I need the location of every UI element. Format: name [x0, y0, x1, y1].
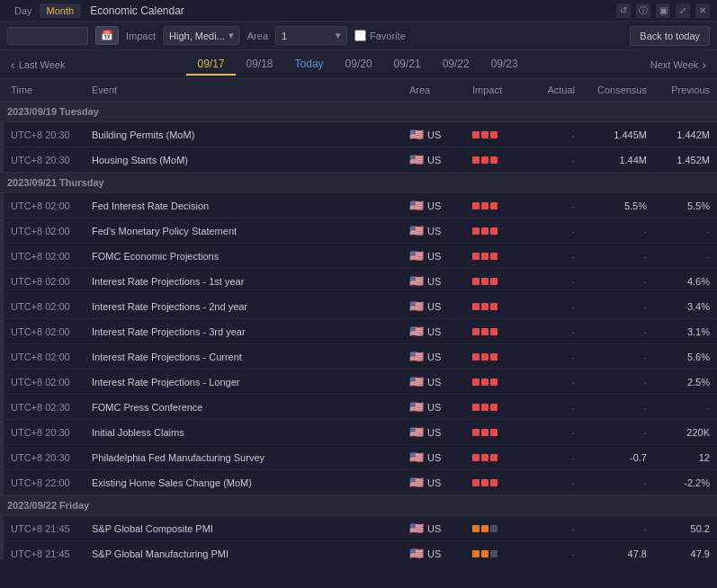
table-container[interactable]: Time Event Area Impact Actual Consensus …	[0, 79, 717, 559]
flag-icon: 🇺🇸	[409, 400, 424, 414]
table-row[interactable]: UTC+8 02:30FOMC Press Conference🇺🇸US---	[0, 395, 717, 420]
area-cell: 🇺🇸US	[402, 445, 465, 470]
date-tab-09-18[interactable]: 09/18	[236, 54, 284, 76]
impact-bars	[472, 156, 521, 164]
impact-dropdown-icon: ▾	[229, 30, 234, 41]
table-row[interactable]: UTC+8 20:30Building Permits (MoM)🇺🇸US-1.…	[0, 122, 717, 147]
impact-bars	[472, 328, 521, 335]
actual-cell: -	[528, 218, 582, 244]
impact-cell	[465, 541, 528, 560]
impact-value: High, Medi...	[169, 31, 225, 41]
next-week-button[interactable]: Next Week	[650, 59, 699, 70]
area-code: US	[427, 226, 441, 236]
impact-cell	[465, 319, 528, 344]
area-cell: 🇺🇸US	[402, 269, 465, 294]
table-row[interactable]: UTC+8 21:45S&P Global Composite PMI🇺🇸US-…	[0, 516, 717, 541]
tab-month[interactable]: Month	[40, 4, 82, 18]
area-cell: 🇺🇸US	[402, 370, 465, 395]
time-cell: UTC+8 22:00	[4, 470, 85, 495]
date-tabs: 09/1709/18Today09/2009/2109/2209/23	[65, 54, 650, 76]
prev-arrow[interactable]: ‹	[7, 58, 19, 72]
col-actual: Actual	[528, 79, 582, 102]
date-tab-09-20[interactable]: 09/20	[335, 54, 383, 76]
previous-cell: 2.5%	[654, 370, 717, 395]
time-cell: UTC+8 02:00	[4, 344, 85, 370]
impact-bars	[472, 202, 521, 209]
table-row[interactable]: UTC+8 02:00FOMC Economic Projections🇺🇸US…	[0, 244, 717, 269]
nav-row: ‹ Last Week 09/1709/18Today09/2009/2109/…	[0, 50, 717, 79]
previous-cell: 3.1%	[654, 319, 717, 344]
next-arrow[interactable]: ›	[698, 58, 710, 72]
calendar-icon[interactable]: 📅	[95, 26, 119, 45]
consensus-cell: -	[582, 344, 654, 370]
date-tab-09-17[interactable]: 09/17	[186, 54, 235, 76]
event-cell: Initial Jobless Claims	[85, 420, 402, 445]
event-cell: Fed's Monetary Policy Statement	[85, 218, 402, 244]
col-event: Event	[85, 79, 402, 102]
time-cell: UTC+8 02:00	[4, 370, 85, 395]
table-row[interactable]: UTC+8 02:00Interest Rate Projections - 1…	[0, 269, 717, 294]
impact-cell	[465, 344, 528, 370]
impact-label: Impact	[126, 31, 156, 41]
expand-icon[interactable]: ⤢	[676, 4, 690, 18]
date-tab-today[interactable]: Today	[284, 54, 335, 76]
event-cell: Building Permits (MoM)	[85, 122, 402, 147]
table-row[interactable]: UTC+8 20:30Initial Jobless Claims🇺🇸US--2…	[0, 420, 717, 445]
table-row[interactable]: UTC+8 20:30Philadelphia Fed Manufacturin…	[0, 445, 717, 470]
consensus-cell: -	[582, 244, 654, 269]
previous-cell: 5.5%	[654, 193, 717, 218]
actual-cell: -	[528, 319, 582, 344]
flag-icon: 🇺🇸	[409, 199, 424, 212]
table-row[interactable]: UTC+8 02:00Fed Interest Rate Decision🇺🇸U…	[0, 193, 717, 218]
last-week-button[interactable]: Last Week	[19, 59, 66, 70]
favorite-checkbox[interactable]	[354, 30, 366, 41]
top-bar: Day Month Economic Calendar ↺ ⓘ ▣ ⤢ ✕	[0, 0, 717, 22]
table-row[interactable]: UTC+8 02:00Interest Rate Projections - L…	[0, 370, 717, 395]
area-code: US	[427, 402, 441, 413]
table-row[interactable]: UTC+8 20:30Housing Starts (MoM)🇺🇸US-1.44…	[0, 147, 717, 173]
time-cell: UTC+8 02:00	[4, 218, 85, 244]
table-row[interactable]: UTC+8 22:00Existing Home Sales Change (M…	[0, 470, 717, 495]
area-select[interactable]: 1 ▾	[275, 26, 347, 45]
area-label: Area	[247, 31, 268, 41]
area-cell: 🇺🇸US	[402, 244, 465, 269]
consensus-cell: -0.7	[582, 445, 654, 470]
actual-cell: -	[528, 470, 582, 495]
impact-cell	[465, 445, 528, 470]
previous-cell: 1.442M	[654, 122, 717, 147]
impact-select[interactable]: High, Medi... ▾	[163, 26, 240, 45]
time-cell: UTC+8 02:00	[4, 244, 85, 269]
impact-cell	[465, 370, 528, 395]
back-today-button[interactable]: Back to today	[630, 26, 710, 46]
close-icon[interactable]: ✕	[695, 4, 710, 18]
tab-day[interactable]: Day	[7, 4, 40, 18]
area-code: US	[427, 129, 441, 140]
area-code: US	[427, 452, 441, 463]
table-row[interactable]: UTC+8 02:00Interest Rate Projections - 3…	[0, 319, 717, 344]
table-row[interactable]: UTC+8 21:45S&P Global Manufacturing PMI🇺…	[0, 541, 717, 560]
info-icon[interactable]: ⓘ	[636, 4, 650, 18]
table-row[interactable]: UTC+8 02:00Interest Rate Projections - C…	[0, 344, 717, 370]
actual-cell: -	[528, 516, 582, 541]
actual-cell: -	[528, 370, 582, 395]
reload-icon[interactable]: ↺	[616, 4, 631, 18]
date-input[interactable]: 2023-09-17	[7, 27, 88, 45]
date-tab-09-21[interactable]: 09/21	[383, 54, 432, 76]
impact-cell	[465, 516, 528, 541]
area-cell: 🇺🇸US	[402, 122, 465, 147]
favorite-checkbox-label[interactable]: Favorite	[354, 30, 406, 41]
date-tab-09-22[interactable]: 09/22	[432, 54, 480, 76]
impact-bars	[472, 353, 521, 361]
date-tab-09-23[interactable]: 09/23	[480, 54, 529, 76]
previous-cell: 12	[654, 445, 717, 470]
table-row[interactable]: UTC+8 02:00Interest Rate Projections - 2…	[0, 294, 717, 319]
layout-icon[interactable]: ▣	[656, 4, 670, 18]
area-code: US	[427, 155, 441, 165]
actual-cell: -	[528, 420, 582, 445]
previous-cell: -	[654, 244, 717, 269]
table-row[interactable]: UTC+8 02:00Fed's Monetary Policy Stateme…	[0, 218, 717, 244]
previous-cell: 1.452M	[654, 147, 717, 173]
area-cell: 🇺🇸US	[402, 344, 465, 370]
consensus-cell: -	[582, 370, 654, 395]
area-code: US	[427, 548, 441, 559]
